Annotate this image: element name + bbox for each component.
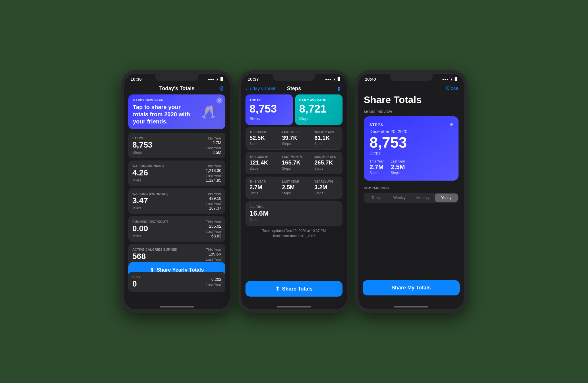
- phone-notch-1: [155, 73, 198, 81]
- metric-row-walking-running[interactable]: WALKING/RUNNING 4.26 Miles This Year 1,2…: [128, 160, 225, 186]
- this-week-label: THIS WEEK: [249, 131, 274, 134]
- metric-value-flights: 0: [132, 279, 143, 289]
- metric-right-ww: This Year 429.18 Last Year 187.37: [206, 192, 221, 210]
- this-month-unit: Steps: [249, 167, 274, 171]
- phone2-content: ‹ Today's Totals Steps ⬆ TODAY 8,753 Ste…: [241, 83, 347, 305]
- chevron-steps: ›: [220, 143, 222, 148]
- metric-row-running-workout[interactable]: RUNNING (WORKOUT) 0.00 Miles This Year 2…: [128, 216, 225, 242]
- stats-grid-weekly: THIS WEEK 52.5K Steps LAST WEEK 39.7K St…: [245, 127, 343, 150]
- daily-avg-value: 8,721: [299, 103, 339, 115]
- this-year-unit-card: Steps: [370, 171, 384, 175]
- this-year-label: THIS YEAR: [249, 180, 274, 183]
- metric-thisyear-val-ww: 429.18: [206, 196, 221, 201]
- last-week-label: LAST WEEK: [282, 131, 306, 134]
- promo-text: Tap to share your totals from 2020 with …: [133, 104, 194, 125]
- today-card-label: TODAY: [249, 98, 289, 102]
- totals-note-line2: Totals start date Oct 1, 2015: [241, 233, 347, 239]
- daily-avg-card: DAILY AVERAGE 8,721 Steps: [295, 94, 343, 125]
- share-my-totals-button[interactable]: Share My Totals: [363, 280, 460, 295]
- tab-yearly[interactable]: Yearly: [435, 194, 458, 202]
- metric-lastyear-label-wr: Last Year: [206, 174, 222, 178]
- metric-right-wr: This Year 1,213.30 Last Year 1,124.95: [206, 164, 222, 183]
- status-icons-3: ●●● ▲ ▉: [442, 77, 457, 81]
- metric-value-ww: 3.47: [132, 196, 168, 205]
- share-totals-button[interactable]: ⬆ Share Totals: [245, 281, 343, 297]
- close-button[interactable]: Close: [446, 86, 459, 91]
- metric-label-cal: ACTIVE CALORIES BURNED: [132, 248, 177, 251]
- share-card-menu-icon[interactable]: ≡: [450, 122, 453, 127]
- metric-lastyear-val-ww: 187.37: [206, 206, 221, 210]
- phone-2: 10:37 ●●● ▲ ▉ ‹ Today's Totals Steps ⬆ T…: [238, 70, 350, 313]
- metric-value-steps: 8,753: [132, 140, 152, 150]
- signal-icon-1: ●●●: [208, 77, 214, 81]
- stats-grid-row-weekly: THIS WEEK 52.5K Steps LAST WEEK 39.7K St…: [245, 127, 343, 150]
- metric-row-steps[interactable]: STEPS 8,753 Steps This Year 2.7M Last Ye…: [128, 133, 225, 158]
- metric-value-rw: 0.00: [132, 224, 168, 233]
- last-year-val-card: 2.5M: [391, 163, 405, 171]
- metric-thisyear-val-cal: 199.6K: [206, 252, 221, 256]
- settings-icon-1[interactable]: ⚙: [218, 85, 224, 92]
- phone3-content: Close Share Totals SHARE PREVIEW STEPS ≡…: [358, 83, 464, 305]
- nav-title-2: Steps: [287, 86, 301, 92]
- metric-thisyear-label-wr: This Year: [206, 164, 222, 168]
- metric-unit-steps: Steps: [132, 150, 152, 154]
- share-card-date: December 20, 2020: [370, 129, 453, 134]
- nav-bar-1: Today's Totals ⚙: [124, 83, 230, 94]
- promo-icon: 🥂: [201, 105, 217, 119]
- promo-banner[interactable]: HAPPY NEW YEAR Tap to share your totals …: [128, 94, 225, 129]
- metric-right-steps: This Year 2.7M Last Year 2.5M: [206, 136, 221, 155]
- tab-weekly[interactable]: Weekly: [388, 194, 411, 202]
- metric-thisyear-label-cal: This Year: [206, 247, 221, 252]
- home-indicator-3: [394, 306, 428, 307]
- share-card-value: 8,753: [370, 135, 453, 150]
- tab-daily[interactable]: Daily: [365, 194, 388, 202]
- share-card: STEPS ≡ December 20, 2020 8,753 Steps Th…: [364, 116, 459, 181]
- monthly-avg-unit: Steps: [314, 167, 339, 171]
- all-time-card: ALL TIME 16.6M Steps: [245, 201, 343, 226]
- this-year-value: 2.7M: [249, 184, 274, 191]
- chevron-cal: ›: [220, 255, 222, 259]
- metric-label-rw: RUNNING (WORKOUT): [132, 220, 168, 223]
- metric-thisyear-val-wr: 1,213.30: [206, 168, 222, 173]
- promo-close-button[interactable]: ✕: [216, 97, 223, 104]
- comparisons-label: COMPARISONS: [364, 186, 459, 190]
- metric-label-steps: STEPS: [132, 136, 152, 140]
- share-card-unit: Steps: [370, 150, 453, 155]
- stats-grid-yearly: THIS YEAR 2.7M Steps LAST YEAR 2.5M Step…: [245, 177, 343, 199]
- home-indicator-1: [160, 306, 194, 307]
- this-week-cell: THIS WEEK 52.5K Steps: [245, 127, 278, 150]
- share-card-label: STEPS: [370, 123, 383, 127]
- this-month-label: THIS MONTH: [249, 155, 274, 158]
- all-time-label: ALL TIME: [249, 205, 339, 208]
- daily-avg-unit: Steps: [299, 116, 339, 121]
- yearly-avg-cell: YEARLY AVG 3.2M Steps: [310, 177, 343, 199]
- this-year-label-card: This Year: [370, 159, 384, 163]
- share-screen: Close Share Totals SHARE PREVIEW STEPS ≡…: [358, 83, 464, 203]
- metric-unit-ww: Miles: [132, 206, 168, 210]
- battery-icon-1: ▉: [220, 77, 223, 81]
- wifi-icon-2: ▲: [333, 77, 336, 81]
- back-button-2[interactable]: ‹ Today's Totals: [245, 86, 276, 91]
- phone-1: 10:36 ●●● ▲ ▉ Today's Totals ⚙ HAPPY NEW…: [121, 70, 233, 313]
- metric-unit-rw: Miles: [132, 234, 168, 238]
- stats-grid-monthly: THIS MONTH 121.4K Steps LAST MONTH 165.7…: [245, 152, 343, 174]
- weekly-avg-cell: WEEKLY AVG 61.1K Steps: [310, 127, 343, 150]
- metric-row-walking-workout[interactable]: WALKING (WORKOUT) 3.47 Miles This Year 4…: [128, 188, 225, 214]
- metric-left-rw: RUNNING (WORKOUT) 0.00 Miles: [132, 220, 168, 238]
- promo-label: HAPPY NEW YEAR: [133, 98, 221, 102]
- metric-row-flights[interactable]: FLIG... 0 6,202 Last Year ›: [128, 272, 225, 292]
- share-preview-label: SHARE PREVIEW: [364, 110, 459, 113]
- chevron-rw: ›: [220, 227, 222, 231]
- metric-left-steps: STEPS 8,753 Steps: [132, 136, 152, 154]
- share-my-totals-label: Share My Totals: [392, 285, 431, 291]
- this-month-value: 121.4K: [249, 159, 274, 166]
- share-icon-nav-2[interactable]: ⬆: [336, 85, 341, 92]
- tab-monthly[interactable]: Monthly: [411, 194, 434, 202]
- last-year-value: 2.5M: [282, 184, 306, 191]
- metric-left-flights: FLIG... 0: [132, 275, 143, 289]
- share-card-this-year: This Year 2.7M Steps: [370, 159, 384, 175]
- this-year-val-card: 2.7M: [370, 163, 384, 171]
- metric-lastyear-val-wr: 1,124.95: [206, 178, 222, 183]
- stats-grid-row-yearly: THIS YEAR 2.7M Steps LAST YEAR 2.5M Step…: [245, 177, 343, 199]
- home-indicator-2: [277, 306, 311, 307]
